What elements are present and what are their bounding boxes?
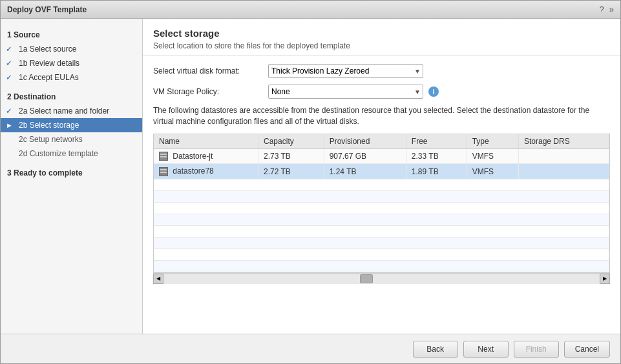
check-icon-2b: ► — [6, 121, 13, 129]
datastore78-capacity: 2.72 TB — [258, 164, 324, 179]
sidebar-section-complete: 3 Ready to complete — [1, 163, 142, 183]
sidebar-section-destination-header: 2 Destination — [1, 90, 142, 104]
datastore-jt-name: Datastore-jt — [154, 148, 258, 164]
sidebar-section-destination: 2 Destination ✓ 2a Select name and folde… — [1, 87, 142, 163]
disk-format-select[interactable]: Thick Provision Lazy Zeroed Thick Provis… — [268, 64, 423, 78]
datastore78-provisioned: 1.24 TB — [324, 164, 406, 179]
datastore78-name-text: datastore78 — [173, 167, 213, 176]
table-row-empty — [154, 179, 609, 191]
sidebar-item-2c-label: 2c Setup networks — [19, 135, 83, 144]
sidebar: 1 Source ✓ 1a Select source ✓ 1b Review … — [1, 19, 143, 334]
datastore-jt-provisioned: 907.67 GB — [324, 148, 406, 164]
datastore-jt-free: 2.33 TB — [406, 148, 467, 164]
sidebar-item-1a-label: 1a Select source — [19, 45, 76, 54]
table-row[interactable]: Datastore-jt 2.73 TB 907.67 GB 2.33 TB V… — [154, 148, 609, 164]
table-header-row: Name Capacity Provisioned Free Type Stor… — [154, 134, 609, 149]
datastore78-free: 1.89 TB — [406, 164, 467, 179]
datastore-table: Name Capacity Provisioned Free Type Stor… — [154, 134, 609, 273]
col-name: Name — [154, 134, 258, 149]
footer: Back Next Finish Cancel — [1, 334, 620, 363]
datastore78-name: datastore78 — [154, 164, 258, 179]
table-row[interactable]: datastore78 2.72 TB 1.24 TB 1.89 TB VMFS — [154, 164, 609, 179]
table-row-empty — [154, 249, 609, 261]
col-capacity: Capacity — [258, 134, 324, 149]
sidebar-section-complete-header: 3 Ready to complete — [1, 166, 142, 180]
description-text: The following datastores are accessible … — [153, 105, 610, 127]
table-row-empty — [154, 238, 609, 249]
storage-policy-label: VM Storage Policy: — [153, 87, 263, 96]
sidebar-item-1b-label: 1b Review details — [19, 59, 79, 68]
sidebar-item-1c-label: 1c Accept EULAs — [19, 73, 79, 82]
scroll-track[interactable] — [163, 274, 600, 284]
check-icon-1a: ✓ — [6, 45, 12, 54]
expand-icon[interactable]: » — [609, 5, 614, 14]
sidebar-item-2c[interactable]: 2c Setup networks — [1, 132, 142, 147]
table-header: Name Capacity Provisioned Free Type Stor… — [154, 134, 609, 149]
sidebar-section-source: 1 Source ✓ 1a Select source ✓ 1b Review … — [1, 25, 142, 87]
sidebar-item-2a-label: 2a Select name and folder — [19, 106, 109, 116]
help-icon[interactable]: ? — [600, 5, 604, 14]
main-content: 1 Source ✓ 1a Select source ✓ 1b Review … — [1, 19, 620, 334]
content-body: Select virtual disk format: Thick Provis… — [143, 56, 620, 334]
check-icon-1c: ✓ — [6, 74, 12, 82]
horizontal-scrollbar[interactable]: ◀ ▶ — [153, 273, 610, 283]
disk-format-select-wrapper: Thick Provision Lazy Zeroed Thick Provis… — [268, 64, 423, 78]
col-type: Type — [467, 134, 518, 149]
sidebar-section-source-header: 1 Source — [1, 28, 142, 42]
datastore-icon — [159, 152, 168, 161]
sidebar-item-1b[interactable]: ✓ 1b Review details — [1, 56, 142, 70]
scroll-right-button[interactable]: ▶ — [600, 274, 610, 284]
check-icon-1b: ✓ — [6, 59, 12, 68]
sidebar-item-2d[interactable]: 2d Customize template — [1, 147, 142, 161]
title-bar-controls: ? » — [600, 5, 614, 14]
datastore-icon — [159, 167, 168, 176]
datastore-jt-capacity: 2.73 TB — [258, 148, 324, 164]
col-provisioned: Provisioned — [324, 134, 406, 149]
content-header: Select storage Select location to store … — [143, 19, 620, 56]
cancel-button[interactable]: Cancel — [564, 341, 610, 358]
content-title: Select storage — [153, 28, 610, 39]
datastore-jt-type: VMFS — [467, 148, 518, 164]
info-icon[interactable]: i — [428, 86, 439, 97]
content-subtitle: Select location to store the files for t… — [153, 41, 610, 50]
next-button[interactable]: Next — [463, 341, 509, 358]
table-row-empty — [154, 203, 609, 214]
scroll-thumb[interactable] — [360, 274, 373, 283]
datastore-jt-name-text: Datastore-jt — [173, 152, 213, 161]
col-storage-drs: Storage DRS — [519, 134, 609, 149]
sidebar-item-1a[interactable]: ✓ 1a Select source — [1, 42, 142, 56]
col-free: Free — [406, 134, 467, 149]
sidebar-item-2b[interactable]: ► 2b Select storage — [1, 118, 142, 132]
disk-format-row: Select virtual disk format: Thick Provis… — [153, 64, 610, 78]
back-button[interactable]: Back — [413, 341, 458, 358]
storage-policy-row: VM Storage Policy: None ▼ i — [153, 85, 610, 99]
datastore78-storage-drs — [519, 164, 609, 179]
datastore-jt-storage-drs — [519, 148, 609, 164]
disk-format-label: Select virtual disk format: — [153, 66, 263, 76]
sidebar-item-2a[interactable]: ✓ 2a Select name and folder — [1, 104, 142, 118]
sidebar-item-1c[interactable]: ✓ 1c Accept EULAs — [1, 70, 142, 85]
title-bar: Deploy OVF Template ? » — [1, 1, 620, 19]
table-row-empty — [154, 191, 609, 203]
table-body: Datastore-jt 2.73 TB 907.67 GB 2.33 TB V… — [154, 148, 609, 272]
table-row-empty — [154, 226, 609, 238]
storage-policy-select-wrapper: None ▼ — [268, 85, 423, 99]
storage-policy-select[interactable]: None — [268, 85, 423, 99]
datastore-table-container: Name Capacity Provisioned Free Type Stor… — [153, 134, 610, 274]
table-row-empty — [154, 261, 609, 272]
window-title: Deploy OVF Template — [7, 5, 87, 14]
finish-button[interactable]: Finish — [514, 341, 559, 358]
table-row-empty — [154, 214, 609, 226]
check-icon-2a: ✓ — [6, 107, 12, 116]
sidebar-item-2d-label: 2d Customize template — [19, 149, 98, 158]
sidebar-item-2b-label: 2b Select storage — [19, 121, 79, 130]
content-area: Select storage Select location to store … — [143, 19, 620, 334]
scroll-left-button[interactable]: ◀ — [153, 274, 163, 284]
datastore78-type: VMFS — [467, 164, 518, 179]
deploy-ovf-dialog: Deploy OVF Template ? » 1 Source ✓ 1a Se… — [0, 0, 621, 364]
